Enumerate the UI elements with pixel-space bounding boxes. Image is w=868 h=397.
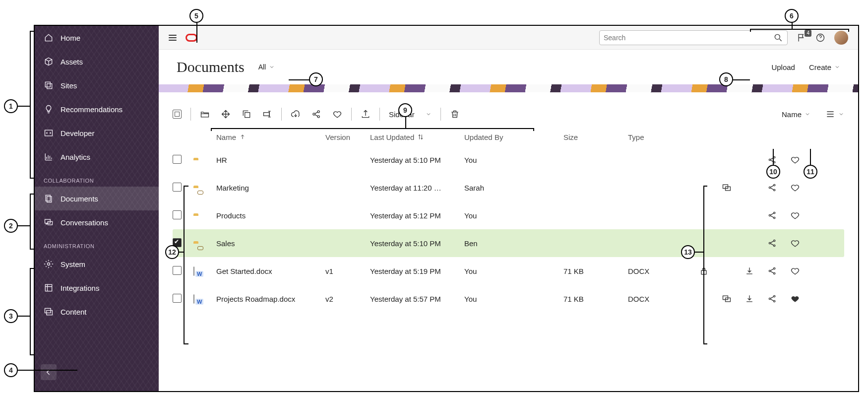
table-row[interactable]: Get Started.docxv1Yesterday at 5:19 PMYo… — [173, 257, 844, 285]
sidebar-item-sites[interactable]: Sites — [35, 73, 159, 97]
layers-icon — [44, 80, 54, 90]
rename-button[interactable] — [262, 109, 272, 119]
row-share-button[interactable] — [761, 238, 784, 248]
cell-name: Projects Roadmap.docx — [216, 295, 325, 303]
select-all-checkbox[interactable] — [173, 110, 182, 119]
download-button[interactable] — [291, 109, 301, 119]
col-name-label: Name — [216, 133, 236, 141]
row-share-button[interactable] — [761, 183, 784, 193]
braceend-9a — [211, 128, 212, 131]
table-row[interactable]: HRYesterday at 5:10 PMYou — [173, 146, 844, 174]
filter-dropdown[interactable]: All — [258, 63, 275, 71]
callout-3: 3 — [4, 309, 18, 323]
sidebar-item-analytics[interactable]: Analytics — [35, 145, 159, 169]
row-checkbox[interactable] — [173, 294, 182, 303]
sidebar-item-system[interactable]: System — [35, 252, 159, 276]
row-chat-button[interactable] — [715, 183, 738, 193]
row-chat-button[interactable] — [715, 294, 738, 304]
notifications-button[interactable]: 4 — [797, 33, 806, 43]
col-size[interactable]: Size — [563, 133, 628, 141]
col-name[interactable]: Name — [216, 133, 325, 141]
col-by[interactable]: Updated By — [464, 133, 563, 141]
svg-rect-1 — [47, 84, 52, 89]
row-checkbox[interactable] — [173, 183, 182, 192]
svg-point-27 — [774, 212, 775, 213]
svg-point-25 — [774, 189, 775, 191]
callout-6: 6 — [785, 9, 799, 23]
leader-9 — [405, 117, 406, 128]
row-favorite-button[interactable] — [784, 183, 806, 193]
bulb-icon — [44, 104, 54, 114]
table-row[interactable]: SalesYesterday at 5:10 PMBen — [173, 229, 844, 257]
sidebar-item-content[interactable]: Content — [35, 300, 159, 324]
sort-dropdown[interactable]: Name — [782, 110, 810, 119]
col-version[interactable]: Version — [325, 133, 370, 141]
help-button[interactable] — [815, 33, 825, 43]
row-favorite-button[interactable] — [784, 210, 806, 220]
row-share-button[interactable] — [761, 210, 784, 220]
sidebar-item-developer[interactable]: Developer — [35, 121, 159, 145]
sidebar-collapse-button[interactable] — [41, 364, 57, 380]
chevron-down-icon — [269, 64, 275, 70]
table-row[interactable]: MarketingYesterday at 11:20 …Sarah — [173, 174, 844, 201]
sidebar-item-recommendations[interactable]: Recommendations — [35, 97, 159, 121]
col-updated[interactable]: Last Updated — [370, 133, 464, 141]
table-row[interactable]: Projects Roadmap.docxv2Yesterday at 5:57… — [173, 285, 844, 313]
row-share-button[interactable] — [761, 266, 784, 276]
upload-icon — [361, 109, 371, 119]
upload-button[interactable]: Upload — [771, 63, 795, 71]
home-icon — [44, 33, 54, 43]
code-icon — [44, 128, 54, 138]
favorite-button[interactable] — [332, 109, 342, 119]
row-checkbox[interactable] — [173, 210, 182, 219]
table-row[interactable]: ProductsYesterday at 5:12 PMYou — [173, 201, 844, 229]
open-button[interactable] — [200, 109, 210, 119]
bracket-13 — [703, 186, 704, 344]
row-favorite-button[interactable] — [784, 294, 806, 304]
chat-icon — [722, 294, 732, 304]
row-favorite-button[interactable] — [784, 266, 806, 276]
row-checkbox[interactable] — [173, 266, 182, 275]
sidebar-item-integrations[interactable]: Integrations — [35, 276, 159, 300]
sidebar-item-documents[interactable]: Documents — [35, 187, 159, 210]
copy-button[interactable] — [242, 109, 251, 119]
share-button[interactable] — [311, 109, 321, 119]
row-share-button[interactable] — [761, 155, 784, 165]
sidebar-item-conversations[interactable]: Conversations — [35, 210, 159, 234]
heart-icon — [790, 210, 800, 220]
upload-to-button[interactable] — [361, 109, 371, 119]
cell-size: 71 KB — [563, 267, 628, 275]
move-icon — [221, 109, 231, 119]
row-favorite-button[interactable] — [784, 155, 806, 165]
share-group — [291, 109, 342, 119]
row-download-button[interactable] — [738, 266, 761, 276]
row-checkbox[interactable] — [173, 155, 182, 164]
sidebar-item-label: Assets — [61, 58, 83, 66]
create-label: Create — [809, 63, 831, 71]
create-button[interactable]: Create — [809, 63, 840, 71]
col-updated-label: Last Updated — [370, 133, 414, 141]
user-avatar[interactable] — [834, 31, 848, 45]
row-download-button[interactable] — [738, 294, 761, 304]
svg-point-23 — [769, 187, 770, 188]
cell-name: Products — [216, 211, 325, 220]
sidebar-item-assets[interactable]: Assets — [35, 50, 159, 73]
delete-button[interactable] — [450, 109, 460, 119]
leader-10 — [773, 149, 774, 166]
nav-section-administration: ADMINISTRATION — [35, 234, 159, 252]
sidebar-item-home[interactable]: Home — [35, 26, 159, 50]
leader-2 — [18, 225, 30, 226]
cell-updated: Yesterday at 5:12 PM — [370, 211, 464, 220]
search-field[interactable] — [604, 34, 773, 42]
menu-button[interactable] — [169, 35, 177, 41]
nav-section-collaboration: COLLABORATION — [35, 169, 159, 187]
gear-icon — [44, 259, 54, 269]
view-toggle[interactable] — [825, 109, 844, 119]
search-input[interactable] — [599, 30, 788, 45]
row-share-button[interactable] — [761, 294, 784, 304]
col-type[interactable]: Type — [628, 133, 692, 141]
leader-8 — [733, 79, 750, 80]
row-favorite-button[interactable] — [784, 238, 806, 248]
sidebar-item-label: Integrations — [61, 284, 99, 292]
move-button[interactable] — [221, 109, 231, 119]
